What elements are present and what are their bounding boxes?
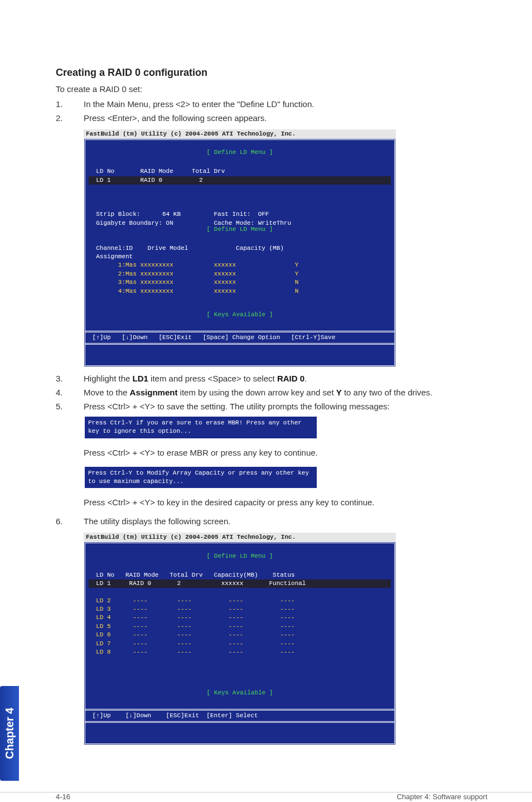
table-row: LD 4 ---- ---- ---- ----	[89, 614, 295, 621]
terminal-screenshot-2: FastBuild (tm) Utility (c) 2004-2005 ATI…	[84, 533, 396, 745]
selected-row: LD 1 RAID 0 2	[89, 176, 391, 185]
step-number-5: 5.	[56, 400, 67, 412]
message-box-2: Press Ctrl-Y to Modify Array Capacity or…	[84, 466, 318, 490]
instruction-text: Press <Ctrl> + <Y> to key in the desired…	[84, 497, 487, 507]
text: item and press <Space> to select	[148, 374, 277, 383]
step-3-text: Highlight the LD1 item and press <Space>…	[84, 373, 487, 384]
step-number-6: 6.	[56, 515, 67, 527]
table-row: LD 6 ---- ---- ---- ----	[89, 631, 295, 638]
drive-row: 4:Mas xxxxxxxxx xxxxxx N	[89, 288, 298, 294]
text: Move to the	[84, 388, 130, 397]
keys-hint: [↑]Up [↓]Down [ESC]Exit [Space] Change O…	[89, 334, 335, 341]
step-number-4: 4.	[56, 386, 67, 398]
terminal-screenshot-1: FastBuild (tm) Utility (c) 2004-2005 ATI…	[84, 129, 396, 367]
menu-label: [ Define LD Menu ]	[85, 552, 394, 561]
keys-label: [ Keys Available ]	[85, 689, 394, 698]
table-row: LD 5 ---- ---- ---- ----	[89, 623, 295, 630]
keys-hint: [↑]Up [↓]Down [ESC]Exit [Enter] Select	[89, 712, 258, 719]
drive-row: 3:Mas xxxxxxxxx xxxxxx N	[89, 279, 298, 286]
table-header-row: LD No RAID Mode Total Drv Capacity(MB) S…	[89, 572, 295, 578]
step-number-3: 3.	[56, 373, 67, 384]
table-row: LD 3 ---- ---- ---- ----	[89, 606, 295, 612]
menu-label: [ Define LD Menu ]	[85, 225, 394, 234]
config-line: Strip Block: 64 KB Fast Init: OFF	[89, 211, 269, 218]
drive-row: 1:Mas xxxxxxxxx xxxxxx Y	[89, 262, 298, 268]
menu-label: [ Define LD Menu ]	[85, 148, 394, 157]
text: to any two of the drives.	[342, 388, 433, 397]
step-number-2: 2.	[56, 112, 67, 124]
keys-label: [ Keys Available ]	[85, 311, 394, 320]
selected-row: LD 1 RAID 0 2 xxxxxx Functional	[89, 579, 391, 588]
step-number-1: 1.	[56, 98, 67, 110]
chapter-tab: Chapter 4	[0, 686, 19, 781]
step-4-text: Move to the Assignment item by using the…	[84, 386, 487, 398]
text: .	[304, 374, 307, 383]
bold-text: Assignment	[130, 388, 178, 397]
message-text: Press Ctrl-Y if you are sure to erase MB…	[84, 416, 318, 439]
drive-header: Channel:ID Drive Model Capacity (MB)	[89, 245, 284, 252]
bold-text: LD1	[133, 374, 148, 383]
text: item by using the down arrow key and set	[177, 388, 336, 397]
step-5-text: Press <Ctrl> + <Y> to save the setting. …	[84, 400, 487, 412]
text: Highlight the	[84, 374, 133, 383]
instruction-text: Press <Ctrl> + <Y> to erase MBR or press…	[84, 448, 487, 457]
table-row: LD 7 ---- ---- ---- ----	[89, 640, 295, 647]
step-1-text: In the Main Menu, press <2> to enter the…	[84, 98, 487, 110]
drive-assignment-label: Assignment	[89, 253, 133, 260]
step-2-text: Press <Enter>, and the following screen …	[84, 112, 487, 124]
message-text: Press Ctrl-Y to Modify Array Capacity or…	[84, 466, 318, 490]
bold-text: Y	[336, 388, 342, 397]
table-row: LD 8 ---- ---- ---- ----	[89, 649, 295, 655]
terminal-title: FastBuild (tm) Utility (c) 2004-2005 ATI…	[84, 129, 396, 138]
bold-text: RAID 0	[277, 374, 304, 383]
table-header-row: LD No RAID Mode Total Drv	[89, 168, 225, 175]
step-6-text: The utility displays the following scree…	[84, 515, 487, 527]
table-row: LD 2 ---- ---- ---- ----	[89, 597, 295, 604]
terminal-title: FastBuild (tm) Utility (c) 2004-2005 ATI…	[84, 533, 396, 542]
drive-row: 2:Mas xxxxxxxxx xxxxxx Y	[89, 270, 298, 277]
message-box-1: Press Ctrl-Y if you are sure to erase MB…	[84, 416, 318, 439]
lead-text: To create a RAID 0 set:	[56, 84, 487, 94]
section-heading: Creating a RAID 0 configuration	[56, 67, 487, 79]
